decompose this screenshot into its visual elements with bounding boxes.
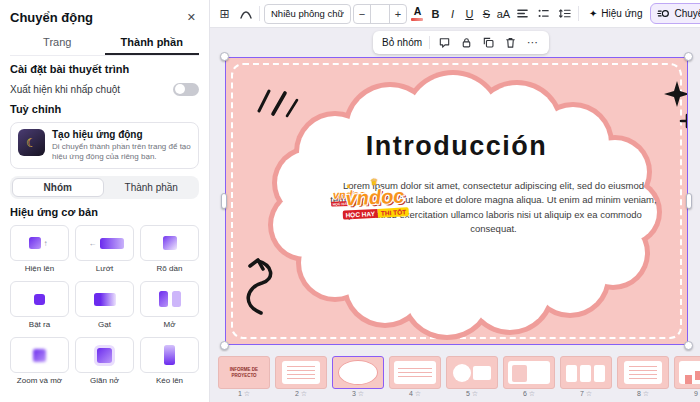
slide-title[interactable]: Introducción: [225, 131, 688, 162]
thumbnail[interactable]: [503, 356, 555, 389]
effect-pan[interactable]: ← Lướt: [75, 225, 134, 273]
click-appear-row: Xuất hiện khi nhấp chuột: [10, 82, 199, 96]
panel-tabs: Trang Thành phần: [10, 32, 199, 56]
strikethrough-button[interactable]: S: [479, 4, 494, 24]
effect-pull-up[interactable]: Kéo lên: [140, 337, 199, 385]
effect-fade[interactable]: Rõ dần: [140, 225, 199, 273]
slide-number: 4: [409, 390, 413, 397]
arrow-doodle[interactable]: [237, 249, 279, 321]
effects-grid: ↑ Hiện lên ← Lướt Rõ dần Bật ra Gạt Mở: [10, 225, 199, 385]
effect-open[interactable]: Mở: [140, 281, 199, 329]
slide-filmstrip: INFORME DE PROYECTO 1☆ 2☆ 3☆ 4☆ 5☆: [210, 352, 700, 402]
create-card-title: Tạo hiệu ứng động: [52, 129, 191, 140]
delete-icon[interactable]: [503, 35, 518, 50]
effect-expand[interactable]: Giãn nở: [75, 337, 134, 385]
click-appear-toggle[interactable]: [173, 83, 199, 96]
app-window: Chuyển động ✕ Trang Thành phần Cài đặt b…: [0, 0, 700, 402]
effect-pop[interactable]: Bật ra: [10, 281, 69, 329]
slide-thumbnail-5: 5☆: [446, 356, 498, 402]
star-icon[interactable]: ☆: [358, 390, 364, 397]
underline-button[interactable]: U: [462, 4, 477, 24]
slide-thumbnail-2: 2☆: [275, 356, 327, 402]
star-icon[interactable]: ☆: [472, 390, 478, 397]
alignment-icon[interactable]: [513, 4, 532, 24]
thumbnail[interactable]: [674, 356, 700, 389]
create-card-text: Tạo hiệu ứng động Di chuyển thành phần t…: [52, 129, 191, 162]
sparkle-doodle[interactable]: [662, 79, 688, 133]
resize-handle-middle-right[interactable]: [686, 193, 692, 209]
effect-fade-preview: [140, 225, 199, 261]
effect-wipe[interactable]: Gạt: [75, 281, 134, 329]
moon-icon: ☾: [18, 129, 45, 156]
star-icon[interactable]: ☆: [529, 390, 535, 397]
thumbnail[interactable]: [446, 356, 498, 389]
font-size-increase-button[interactable]: +: [390, 8, 406, 20]
scope-segmented-control: Nhóm Thành phần: [10, 176, 199, 199]
resize-handle-top-left[interactable]: [220, 52, 229, 61]
slide-body-text[interactable]: Lorem ipsum dolor sit amet, consectetur …: [327, 179, 660, 236]
effect-zoom-blur[interactable]: Zoom và mờ: [10, 337, 69, 385]
slide-number: 7: [580, 390, 584, 397]
ungroup-button[interactable]: Bỏ nhóm: [382, 37, 422, 48]
editor-main: ⊞ Nhiều phông chữ − + A B I U S aA: [210, 0, 700, 402]
effect-rise-preview: ↑: [10, 225, 69, 261]
duplicate-icon[interactable]: [481, 35, 496, 50]
slide-number: 6: [523, 390, 527, 397]
settings-heading: Cài đặt bài thuyết trình: [10, 63, 199, 75]
italic-button[interactable]: I: [445, 4, 460, 24]
effect-rise[interactable]: ↑ Hiện lên: [10, 225, 69, 273]
slash-doodle[interactable]: [253, 83, 299, 119]
tab-element[interactable]: Thành phần: [105, 32, 200, 55]
effects-button[interactable]: ✦ Hiệu ứng: [583, 5, 649, 22]
animation-button[interactable]: Chuyển động: [650, 3, 700, 24]
star-icon[interactable]: ☆: [244, 390, 250, 397]
lock-icon[interactable]: [459, 35, 474, 50]
thumbnail[interactable]: [389, 356, 441, 389]
slide-thumbnail-1: INFORME DE PROYECTO 1☆: [218, 356, 270, 402]
thumbnail[interactable]: INFORME DE PROYECTO: [218, 356, 270, 389]
animation-icon: [657, 7, 670, 20]
effects-icon: ✦: [589, 8, 597, 19]
comment-icon[interactable]: [437, 35, 452, 50]
thumbnail[interactable]: [275, 356, 327, 389]
star-icon[interactable]: ☆: [415, 390, 421, 397]
resize-handle-top-right[interactable]: [684, 52, 693, 61]
bold-button[interactable]: B: [428, 4, 443, 24]
text-case-button[interactable]: aA: [496, 4, 511, 24]
line-spacing-icon[interactable]: [555, 4, 574, 24]
close-icon[interactable]: ✕: [184, 10, 199, 25]
canvas-area[interactable]: Bỏ nhóm ⋯: [210, 28, 700, 352]
slide-thumbnail-7: 7☆: [560, 356, 612, 402]
star-icon[interactable]: ☆: [301, 390, 307, 397]
font-size-value[interactable]: [370, 5, 390, 23]
text-color-button[interactable]: A: [409, 4, 426, 24]
scope-tab-element[interactable]: Thành phần: [106, 178, 198, 197]
thumbnail[interactable]: [560, 356, 612, 389]
font-size-stepper: − +: [353, 4, 407, 24]
bullet-list-icon[interactable]: [534, 4, 553, 24]
effect-pan-preview: ←: [75, 225, 134, 261]
more-icon[interactable]: ⋯: [525, 35, 540, 50]
thumbnail[interactable]: [332, 356, 384, 389]
curve-line-icon[interactable]: [236, 4, 255, 24]
resize-handle-bottom-right[interactable]: [684, 341, 693, 350]
star-icon[interactable]: ☆: [586, 390, 592, 397]
create-animation-card[interactable]: ☾ Tạo hiệu ứng động Di chuyển thành phần…: [10, 122, 199, 169]
font-size-decrease-button[interactable]: −: [354, 8, 370, 20]
font-selector[interactable]: Nhiều phông chữ: [264, 4, 351, 24]
resize-handle-middle-left[interactable]: [221, 193, 227, 209]
animation-panel: Chuyển động ✕ Trang Thành phần Cài đặt b…: [0, 0, 210, 402]
tab-page[interactable]: Trang: [10, 32, 105, 55]
resize-handle-bottom-left[interactable]: [220, 341, 229, 350]
scope-tab-group[interactable]: Nhóm: [12, 178, 104, 197]
slide-thumbnail-3: 3☆: [332, 356, 384, 402]
slide-number: 5: [466, 390, 470, 397]
slide-thumbnail-4: 4☆: [389, 356, 441, 402]
star-icon[interactable]: ☆: [643, 390, 649, 397]
effect-pop-preview: [10, 281, 69, 317]
text-color-swatch: [411, 18, 423, 21]
slide[interactable]: Introducción Lorem ipsum dolor sit amet,…: [225, 57, 688, 345]
position-icon[interactable]: ⊞: [215, 4, 234, 24]
thumbnail[interactable]: [617, 356, 669, 389]
slide-background[interactable]: Introducción Lorem ipsum dolor sit amet,…: [225, 57, 688, 345]
